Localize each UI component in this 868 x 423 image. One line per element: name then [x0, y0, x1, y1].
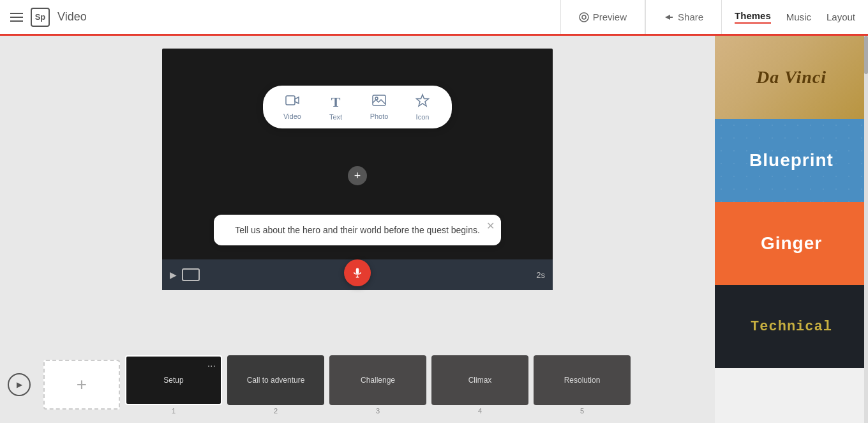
text-icon: T	[331, 94, 341, 111]
themes-panel: Da Vinci Blueprint Ginger Technical	[715, 36, 868, 423]
preview-button[interactable]: Preview	[560, 0, 645, 34]
svg-marker-5	[417, 95, 429, 106]
slide-thumb-5: Resolution 5	[534, 355, 631, 415]
slide-1-label: Setup	[163, 376, 183, 385]
slide-1[interactable]: ··· Setup	[125, 355, 222, 405]
toolbar-video-label: Video	[283, 112, 301, 120]
music-nav-label: Music	[786, 12, 811, 22]
logo-text: Sp	[35, 12, 46, 22]
slide-4-num: 4	[478, 407, 482, 415]
slide-5-label: Resolution	[564, 376, 601, 385]
slide-1-num: 1	[172, 407, 176, 415]
preview-icon	[579, 12, 589, 22]
theme-da-vinci-name: Da Vinci	[756, 67, 827, 88]
theme-ginger-name: Ginger	[761, 233, 822, 254]
topbar: Sp Video Preview Share Themes Music Layo…	[0, 0, 868, 36]
themes-scrollbar-thumb	[864, 36, 868, 74]
canvas-controls: ▶ 2s	[162, 259, 553, 290]
logo: Sp	[31, 8, 50, 27]
topbar-right: Themes Music Layout	[722, 10, 868, 24]
toolbar-text-label: Text	[329, 113, 342, 121]
app-title: Video	[57, 10, 87, 24]
slide-4-label: Climax	[468, 376, 492, 385]
timeline-play-area: ▶	[0, 373, 38, 396]
themes-scrollbar[interactable]	[864, 36, 868, 423]
narration-box: ✕ Tell us about the hero and their world…	[214, 215, 501, 245]
slide-4[interactable]: Climax	[431, 355, 528, 405]
slide-5-num: 5	[580, 407, 584, 415]
add-slide-icon: +	[77, 374, 87, 395]
layout-nav-label: Layout	[827, 12, 855, 22]
slide-3-label: Challenge	[361, 376, 395, 385]
music-nav-button[interactable]: Music	[786, 12, 811, 22]
theme-technical[interactable]: Technical	[715, 285, 868, 368]
canvas-area: Video T Text Photo Icon	[0, 36, 715, 423]
topbar-left: Sp Video	[0, 8, 560, 27]
slide-5[interactable]: Resolution	[534, 355, 631, 405]
share-icon	[664, 12, 674, 22]
slide-2[interactable]: Call to adventure	[227, 355, 324, 405]
plus-icon: +	[354, 169, 361, 183]
svg-rect-2	[286, 96, 295, 105]
toolbar-icon-label: Icon	[416, 113, 430, 121]
timeline: ▶ + ··· Setup 1 Call to adventure	[0, 346, 715, 423]
main: Video T Text Photo Icon	[0, 36, 868, 423]
narration-text: Tell us about the hero and their world b…	[235, 225, 480, 235]
mic-button[interactable]	[344, 259, 371, 286]
time-label: 2s	[536, 270, 545, 280]
theme-ginger[interactable]: Ginger	[715, 202, 868, 285]
slide-thumb-1: ··· Setup 1	[125, 355, 222, 415]
comment-button[interactable]	[182, 268, 200, 281]
photo-icon	[372, 94, 386, 110]
topbar-center: Preview Share	[560, 0, 722, 34]
menu-icon[interactable]	[10, 13, 23, 22]
share-button[interactable]: Share	[645, 0, 722, 34]
slide-2-num: 2	[274, 407, 278, 415]
theme-da-vinci[interactable]: Da Vinci	[715, 36, 868, 119]
theme-blueprint-name: Blueprint	[749, 150, 834, 171]
toolbar-photo-label: Photo	[370, 112, 389, 120]
canvas-play-button[interactable]: ▶	[170, 270, 177, 280]
icon-star-icon	[415, 93, 430, 111]
preview-label: Preview	[593, 12, 627, 22]
toolbar-text[interactable]: T Text	[322, 94, 350, 121]
toolbar-icon[interactable]: Icon	[408, 93, 437, 121]
slide-3-num: 3	[376, 407, 380, 415]
slide-thumb-2: Call to adventure 2	[227, 355, 324, 415]
slide-thumb-3: Challenge 3	[329, 355, 426, 415]
add-slide-button[interactable]: +	[43, 360, 120, 410]
slide-options-icon[interactable]: ···	[207, 360, 216, 372]
content-toolbar: Video T Text Photo Icon	[263, 86, 452, 128]
theme-technical-name: Technical	[751, 319, 832, 335]
themes-nav-label: Themes	[735, 10, 771, 21]
narration-close-button[interactable]: ✕	[486, 220, 495, 232]
layout-nav-button[interactable]: Layout	[827, 12, 855, 22]
add-content-button[interactable]: +	[348, 166, 367, 185]
svg-point-1	[582, 15, 586, 19]
slides-row: ··· Setup 1 Call to adventure 2 Challeng…	[125, 355, 715, 415]
share-label: Share	[678, 12, 703, 22]
slide-thumb-4: Climax 4	[431, 355, 528, 415]
video-icon	[285, 94, 299, 110]
svg-rect-6	[356, 268, 359, 274]
mic-icon	[352, 267, 363, 279]
theme-blueprint[interactable]: Blueprint	[715, 119, 868, 202]
timeline-play-button[interactable]: ▶	[8, 373, 31, 396]
video-canvas: Video T Text Photo Icon	[162, 49, 553, 290]
toolbar-photo[interactable]: Photo	[365, 94, 393, 120]
slide-2-label: Call to adventure	[247, 376, 305, 385]
themes-nav-button[interactable]: Themes	[735, 10, 771, 24]
svg-point-0	[580, 13, 588, 22]
toolbar-video[interactable]: Video	[278, 94, 306, 120]
slide-3[interactable]: Challenge	[329, 355, 426, 405]
